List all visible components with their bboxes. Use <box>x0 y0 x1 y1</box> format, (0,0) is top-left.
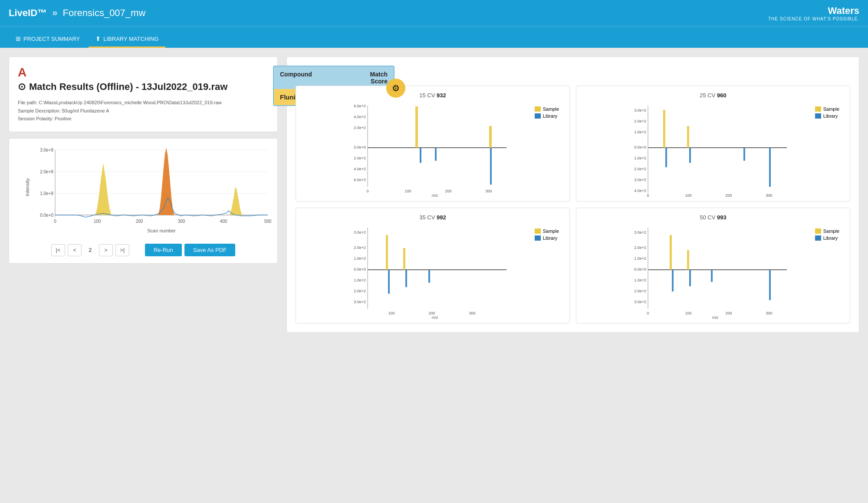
svg-text:300: 300 <box>766 193 772 198</box>
svg-rect-76 <box>428 270 430 283</box>
tab-project-summary[interactable]: ⊞ PROJECT SUMMARY <box>9 31 87 48</box>
spectrum-cv50: 50 CV 993 Sample Library 3. <box>576 208 850 324</box>
svg-text:m/z: m/z <box>712 315 719 320</box>
svg-marker-18 <box>229 187 243 215</box>
sample-legend-label-cv50: Sample <box>823 228 839 234</box>
svg-text:m/z: m/z <box>432 193 438 198</box>
session-polarity: Session Polarity: Positive <box>18 115 269 123</box>
svg-text:300: 300 <box>178 219 185 224</box>
svg-text:3.0e+2: 3.0e+2 <box>354 300 366 304</box>
svg-text:3.0e+2: 3.0e+2 <box>634 108 646 113</box>
match-results-title: Match Results (Offline) - 13Jul2022_019.… <box>29 81 227 93</box>
svg-text:3.0e+2: 3.0e+2 <box>634 178 646 182</box>
svg-text:0: 0 <box>54 219 56 224</box>
svg-rect-95 <box>711 270 713 282</box>
svg-text:1.0e+2: 1.0e+2 <box>634 156 646 160</box>
svg-rect-37 <box>435 148 437 161</box>
svg-text:0.0e+0: 0.0e+0 <box>634 145 646 149</box>
svg-text:4.0e+2: 4.0e+2 <box>354 167 366 171</box>
spectrum-cv35-legend: Sample Library <box>535 228 559 241</box>
main-content: A ⊙ Match Results (Offline) - 13Jul2022_… <box>0 48 868 341</box>
panel-a-title: ⊙ Match Results (Offline) - 13Jul2022_01… <box>18 81 269 93</box>
cv15-svg: 6.0e+2 4.0e+2 2.0e+2 0.0e+0 2.0e+2 4.0e+… <box>302 102 563 198</box>
svg-text:100: 100 <box>94 219 101 224</box>
sample-legend-label-cv35: Sample <box>543 228 559 234</box>
svg-marker-17 <box>157 148 175 215</box>
waters-brand: Waters <box>768 5 859 17</box>
cv50-label: 50 CV <box>700 214 715 221</box>
svg-text:200: 200 <box>136 219 143 224</box>
next-page-button[interactable]: > <box>99 244 113 256</box>
svg-text:0.0e+0: 0.0e+0 <box>354 145 366 149</box>
waters-logo: Waters THE SCIENCE OF WHAT'S POSSIBLE. <box>768 5 859 21</box>
sample-description: Sample Description: 50ug/ml Flunitazene … <box>18 107 269 115</box>
cv50-score: 993 <box>717 214 727 221</box>
y-axis-label: Intensity <box>25 179 30 196</box>
svg-text:6.0e+2: 6.0e+2 <box>354 104 366 108</box>
svg-text:1.0e+2: 1.0e+2 <box>634 278 646 282</box>
last-page-button[interactable]: >| <box>115 244 129 256</box>
svg-text:0: 0 <box>647 193 649 198</box>
score-header: Match Score <box>353 71 388 85</box>
sample-color <box>535 106 541 112</box>
svg-text:2.0e+2: 2.0e+2 <box>634 167 646 171</box>
breadcrumb-separator: » <box>52 7 57 18</box>
svg-rect-94 <box>689 270 691 286</box>
cv35-label: 35 CV <box>419 214 435 221</box>
svg-text:Scan number: Scan number <box>147 228 176 233</box>
svg-rect-36 <box>420 148 421 163</box>
svg-text:2.0e+8: 2.0e+8 <box>40 169 53 174</box>
rerun-button[interactable]: Re-Run <box>145 244 182 256</box>
gear-button[interactable]: ⚙ <box>386 79 405 98</box>
svg-text:2.0e+2: 2.0e+2 <box>354 126 366 130</box>
sample-color-cv50 <box>815 228 821 234</box>
spectrum-cv15: 15 CV 932 Sample Library <box>296 86 570 202</box>
svg-text:0: 0 <box>647 311 649 315</box>
cv35-score: 992 <box>437 214 446 221</box>
app-name: LiveID™ <box>9 7 47 18</box>
svg-text:2.0e+2: 2.0e+2 <box>634 245 646 250</box>
library-color <box>535 113 541 119</box>
app-header: LiveID™ » Forensics_007_mw Waters THE SC… <box>0 0 868 26</box>
svg-text:2.0e+2: 2.0e+2 <box>354 156 366 160</box>
svg-text:2.0e+2: 2.0e+2 <box>634 119 646 123</box>
spectrum-cv50-chart: Sample Library 3.0e+2 2.0e+2 1.0e+2 0.0e… <box>582 224 844 320</box>
first-page-button[interactable]: |< <box>51 244 65 256</box>
sample-legend-label: Sample <box>543 106 559 112</box>
svg-text:100: 100 <box>388 311 395 315</box>
spectrum-cv50-title: 50 CV 993 <box>582 214 844 221</box>
spectrum-cv25-legend: Sample Library <box>815 106 839 119</box>
svg-rect-35 <box>489 126 492 148</box>
svg-rect-38 <box>490 148 492 185</box>
tab-library-matching-label: LIBRARY MATCHING <box>103 36 158 42</box>
svg-rect-93 <box>672 270 674 291</box>
library-legend: Library <box>535 113 559 119</box>
svg-rect-56 <box>689 148 691 163</box>
right-panel: B 15 CV 932 Sample Library <box>286 56 859 333</box>
svg-rect-72 <box>386 235 388 270</box>
compound-header: Compound <box>280 71 353 85</box>
svg-text:400: 400 <box>220 219 227 224</box>
spectrum-cv15-legend: Sample Library <box>535 106 559 119</box>
svg-rect-57 <box>743 148 745 161</box>
prev-page-button[interactable]: < <box>68 244 82 256</box>
library-legend-label-cv35: Library <box>543 235 558 241</box>
spectrum-cv35: 35 CV 992 Sample Library 3. <box>296 208 570 324</box>
sample-legend-cv25: Sample <box>815 106 839 112</box>
app-title: LiveID™ » Forensics_007_mw <box>9 7 145 19</box>
svg-text:500: 500 <box>264 219 272 224</box>
spectrum-cv35-chart: Sample Library 3.0e+2 2.0e+2 1.0e+2 0.0e… <box>302 224 563 320</box>
svg-rect-74 <box>388 270 390 294</box>
library-legend-label: Library <box>543 113 558 119</box>
svg-rect-73 <box>403 248 405 270</box>
svg-text:100: 100 <box>685 311 691 315</box>
spectrum-cv25: 25 CV 960 Sample Library 3. <box>576 86 850 202</box>
cv50-svg: 3.0e+2 2.0e+2 1.0e+2 0.0e+0 1.0e+2 2.0e+… <box>582 224 844 320</box>
svg-text:2.0e+2: 2.0e+2 <box>354 245 366 250</box>
save-pdf-button[interactable]: Save As PDF <box>184 244 235 256</box>
svg-text:3.0e+2: 3.0e+2 <box>354 230 366 235</box>
upload-icon: ⬆ <box>95 35 101 42</box>
svg-text:0.0e+0: 0.0e+0 <box>354 267 366 271</box>
tab-library-matching[interactable]: ⬆ LIBRARY MATCHING <box>89 31 165 48</box>
svg-text:300: 300 <box>766 311 772 315</box>
